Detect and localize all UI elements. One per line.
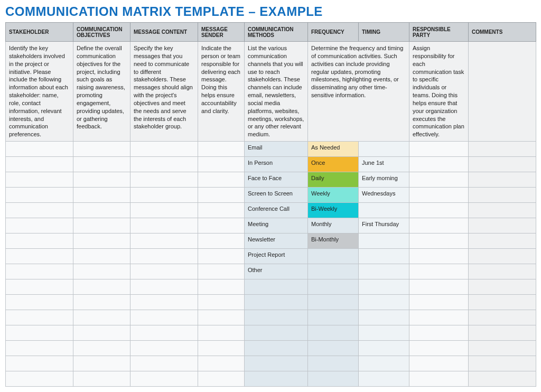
cell-sender [198, 188, 245, 203]
cell-frequency [308, 249, 359, 264]
cell-stakeholder [6, 371, 73, 387]
header-comments: COMMENTS [469, 23, 536, 42]
cell-message [130, 279, 198, 295]
cell-method: Project Report [245, 249, 308, 264]
table-row: NewsletterBi-Monthly [6, 234, 536, 249]
cell-message [130, 234, 198, 249]
cell-message [130, 371, 198, 387]
cell-comments [469, 218, 536, 234]
table-row: Project Report [6, 249, 536, 264]
cell-comments [469, 249, 536, 264]
cell-method: Conference Call [245, 203, 308, 218]
cell-stakeholder [6, 188, 73, 203]
cell-frequency: Bi-Monthly [308, 234, 359, 249]
desc-comments [469, 42, 536, 142]
cell-stakeholder [6, 234, 73, 249]
cell-sender [198, 249, 245, 264]
cell-sender [198, 325, 245, 341]
cell-party [409, 295, 469, 310]
cell-frequency [308, 295, 359, 310]
cell-timing [359, 310, 409, 325]
cell-frequency [308, 310, 359, 325]
cell-party [409, 325, 469, 341]
cell-frequency [308, 341, 359, 356]
cell-timing: Early morning [359, 172, 409, 188]
desc-objectives: Define the overall communication objecti… [73, 42, 130, 142]
cell-comments [469, 234, 536, 249]
cell-frequency [308, 279, 359, 295]
cell-method [245, 295, 308, 310]
table-row: Other [6, 264, 536, 279]
table-row [6, 325, 536, 341]
cell-sender [198, 356, 245, 371]
cell-objectives [73, 325, 130, 341]
cell-party [409, 157, 469, 172]
cell-message [130, 157, 198, 172]
cell-party [409, 203, 469, 218]
cell-timing [359, 371, 409, 387]
cell-message [130, 310, 198, 325]
cell-timing [359, 341, 409, 356]
cell-stakeholder [6, 264, 73, 279]
cell-frequency [308, 356, 359, 371]
cell-sender [198, 295, 245, 310]
cell-timing [359, 234, 409, 249]
cell-objectives [73, 218, 130, 234]
cell-party [409, 341, 469, 356]
cell-message [130, 218, 198, 234]
header-frequency: FREQUENCY [308, 23, 359, 42]
cell-frequency [308, 325, 359, 341]
cell-method: Screen to Screen [245, 188, 308, 203]
cell-timing [359, 264, 409, 279]
cell-sender [198, 157, 245, 172]
cell-party [409, 188, 469, 203]
cell-stakeholder [6, 295, 73, 310]
cell-sender [198, 310, 245, 325]
cell-method: Newsletter [245, 234, 308, 249]
cell-method: In Person [245, 157, 308, 172]
cell-stakeholder [6, 142, 73, 157]
table-row [6, 371, 536, 387]
cell-objectives [73, 234, 130, 249]
cell-objectives [73, 264, 130, 279]
table-row: In PersonOnceJune 1st [6, 157, 536, 172]
cell-sender [198, 142, 245, 157]
cell-objectives [73, 249, 130, 264]
cell-objectives [73, 371, 130, 387]
cell-message [130, 264, 198, 279]
header-stakeholder: STAKEHOLDER [6, 23, 73, 42]
cell-timing [359, 356, 409, 371]
cell-comments [469, 310, 536, 325]
cell-method: Meeting [245, 218, 308, 234]
cell-party [409, 172, 469, 188]
cell-stakeholder [6, 157, 73, 172]
cell-objectives [73, 142, 130, 157]
cell-message [130, 356, 198, 371]
cell-comments [469, 157, 536, 172]
cell-comments [469, 341, 536, 356]
cell-objectives [73, 341, 130, 356]
header-message: MESSAGE CONTENT [130, 23, 198, 42]
cell-objectives [73, 157, 130, 172]
cell-timing [359, 325, 409, 341]
cell-sender [198, 371, 245, 387]
cell-stakeholder [6, 218, 73, 234]
cell-party [409, 218, 469, 234]
table-row: Screen to ScreenWeeklyWednesdays [6, 188, 536, 203]
cell-message [130, 295, 198, 310]
cell-sender [198, 264, 245, 279]
table-row [6, 295, 536, 310]
cell-method: Other [245, 264, 308, 279]
cell-party [409, 234, 469, 249]
header-party: RESPONSIBLE PARTY [409, 23, 469, 42]
cell-objectives [73, 310, 130, 325]
cell-comments [469, 295, 536, 310]
cell-stakeholder [6, 172, 73, 188]
cell-sender [198, 234, 245, 249]
cell-sender [198, 172, 245, 188]
cell-message [130, 341, 198, 356]
cell-frequency: Monthly [308, 218, 359, 234]
header-methods: COMMUNICATION METHODS [245, 23, 308, 42]
cell-stakeholder [6, 310, 73, 325]
cell-timing [359, 142, 409, 157]
